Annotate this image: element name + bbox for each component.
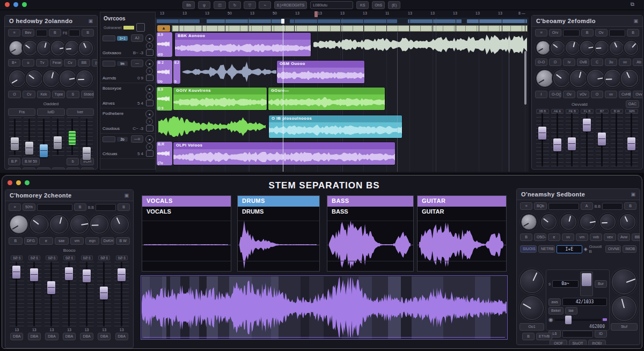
- knob[interactable]: [587, 70, 604, 87]
- toolbar-ohs-button[interactable]: OhS: [372, 1, 385, 9]
- mini-slider[interactable]: [103, 136, 115, 142]
- close-button[interactable]: [8, 180, 12, 185]
- knob[interactable]: [30, 215, 48, 233]
- fader-strip[interactable]: 6Ø 613DBA: [114, 255, 129, 340]
- oivne-button[interactable]: OIVNE: [605, 245, 621, 253]
- b-button[interactable]: B: [49, 29, 61, 36]
- audio-clip[interactable]: GOsre—: [268, 87, 385, 111]
- knob[interactable]: [595, 41, 609, 55]
- small-button[interactable]: Iver: [67, 108, 94, 116]
- aws-button[interactable]: aws: [548, 298, 561, 306]
- solo-button[interactable]: ♀: [146, 68, 153, 75]
- horizontal-slider[interactable]: [555, 319, 601, 321]
- value-field[interactable]: [69, 30, 80, 36]
- small-button[interactable]: 2: [67, 167, 79, 170]
- bekel-button[interactable]: Bekel: [548, 307, 564, 315]
- fader-strip[interactable]: 6Ø 613DBA: [10, 255, 24, 340]
- knob[interactable]: [70, 215, 89, 233]
- knob[interactable]: [621, 70, 638, 87]
- knob[interactable]: [610, 41, 624, 55]
- fader-cap[interactable]: [553, 138, 561, 151]
- small-button[interactable]: Goks: [23, 167, 35, 170]
- knob[interactable]: [580, 214, 596, 230]
- audio-clip[interactable]: BBK Aonooo: [174, 32, 311, 57]
- dba-button[interactable]: DBA: [28, 333, 41, 340]
- track-thumbnail[interactable]: B.R(7o: [157, 142, 172, 165]
- track-thumbnail[interactable]: 8.9O 9: [157, 87, 172, 111]
- small-button[interactable]: IutD: [37, 108, 64, 116]
- mute-button[interactable]: ●: [145, 110, 153, 118]
- knob[interactable]: [79, 41, 93, 55]
- stem-panel-bass[interactable]: BASSBASS: [327, 195, 414, 272]
- track-list-icon[interactable]: [136, 23, 145, 32]
- close-button[interactable]: [5, 2, 10, 7]
- dba-button[interactable]: DBA: [63, 333, 76, 340]
- a-button[interactable]: A: [581, 202, 593, 210]
- hamburger-icon[interactable]: ≡: [9, 203, 21, 211]
- fader-cap[interactable]: [83, 269, 91, 282]
- stuf-button[interactable]: 5tuf: [611, 323, 638, 331]
- small-button[interactable]: BB: [78, 59, 90, 67]
- fader-cap[interactable]: [83, 147, 91, 160]
- knob[interactable]: [43, 70, 60, 87]
- knob[interactable]: [561, 214, 576, 230]
- tab-siuois[interactable]: SIUOIS: [520, 245, 537, 253]
- value-field[interactable]: [609, 30, 626, 36]
- track-thumbnail[interactable]: B 2Uo: [157, 60, 172, 84]
- master-waveform-display[interactable]: [141, 275, 508, 340]
- track-list-entry[interactable]: BosoxyoeAtrves5 4●♀: [100, 83, 155, 108]
- toolbar-icon-button[interactable]: ◫: [214, 1, 226, 9]
- mute-button[interactable]: ●: [145, 85, 153, 93]
- small-button[interactable]: Ov: [563, 91, 575, 98]
- knob[interactable]: [23, 41, 37, 55]
- fader-cap[interactable]: [40, 144, 48, 157]
- stem-panel-drums[interactable]: DRUMSDRUMS: [237, 195, 320, 272]
- device-knob[interactable]: [612, 269, 636, 294]
- b-button2[interactable]: B: [82, 29, 94, 36]
- preset-button[interactable]: Orv: [549, 29, 561, 36]
- oo1-button[interactable]: Oo1: [519, 323, 544, 331]
- mic-icon[interactable]: ψ: [198, 1, 210, 9]
- fader-strip[interactable]: FL B: [581, 109, 594, 167]
- small-button[interactable]: (44: [92, 59, 98, 67]
- fader-cap[interactable]: [118, 268, 126, 281]
- small-button[interactable]: Tv: [36, 59, 48, 67]
- b-button2[interactable]: B: [627, 29, 639, 36]
- knob[interactable]: [604, 70, 621, 87]
- solo-button[interactable]: ♀: [146, 118, 153, 125]
- small-button[interactable]: Ab: [633, 58, 643, 66]
- fader-strip[interactable]: 6Ø 613DBA: [79, 255, 94, 340]
- widget-value[interactable]: Im: [117, 61, 128, 66]
- toolbar-icon-button[interactable]: ↻: [229, 1, 241, 9]
- solo-button[interactable]: ♀: [146, 93, 153, 100]
- device-knob[interactable]: [520, 269, 544, 293]
- knob[interactable]: [620, 214, 635, 230]
- audio-clip[interactable]: GOIV Kouvtrens: [173, 87, 267, 111]
- fader-cap[interactable]: [627, 137, 635, 150]
- small-button[interactable]: vvb: [590, 233, 602, 241]
- fader-strip[interactable]: [24, 118, 36, 156]
- dba-button[interactable]: DBA: [45, 333, 58, 340]
- small-button[interactable]: O: [591, 91, 603, 98]
- timeline-ruler[interactable]: 131313501350131313131113131313138 —: [156, 11, 529, 18]
- small-button[interactable]: eqn: [85, 237, 99, 245]
- device-display[interactable]: I+E: [557, 245, 582, 253]
- small-button[interactable]: e: [39, 237, 53, 245]
- toolbar-ks-button[interactable]: KS: [356, 1, 369, 9]
- small-button[interactable]: Cv: [23, 91, 35, 98]
- fader-strip[interactable]: FE B: [566, 109, 579, 167]
- value-field[interactable]: [602, 203, 623, 210]
- knob[interactable]: [76, 70, 93, 87]
- small-button[interactable]: S: [67, 91, 79, 98]
- knob[interactable]: [551, 41, 565, 55]
- vertical-slider[interactable]: [580, 272, 593, 296]
- percent-button[interactable]: 50%: [23, 203, 35, 211]
- knob[interactable]: [10, 215, 28, 233]
- mute-button[interactable]: ●: [145, 135, 153, 143]
- small-button[interactable]: 3u: [605, 58, 617, 66]
- fader-cap[interactable]: [12, 266, 20, 279]
- entry-button[interactable]: AJ: [131, 34, 143, 42]
- playhead[interactable]: [283, 25, 283, 172]
- small-button[interactable]: Iv: [563, 58, 575, 66]
- mini-slider[interactable]: [103, 35, 115, 41]
